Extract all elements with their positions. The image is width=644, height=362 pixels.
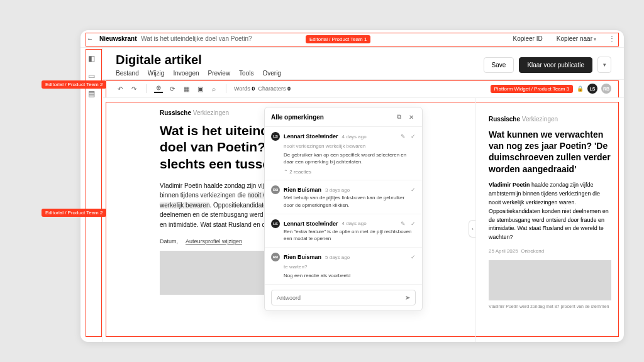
avatar-user-1[interactable]: LS bbox=[587, 84, 597, 94]
annotation-top: Editorial / Product Team 1 bbox=[306, 35, 370, 43]
menu-overig[interactable]: Overig bbox=[262, 70, 280, 77]
breadcrumb-title: Wat is het uiteindelijke doel van Poetin… bbox=[141, 35, 252, 42]
preview-caption: Vladimir Poetin werd zondag met 87 proce… bbox=[489, 304, 611, 309]
annotation-left-2: Editorial / Product Team 2 bbox=[42, 209, 106, 217]
media-icon[interactable]: ▤ bbox=[87, 89, 96, 98]
comment-item: LSLennart Stoelwinder4 days ago✎✓nooit v… bbox=[265, 127, 422, 180]
undo-icon[interactable]: ↶ bbox=[116, 84, 125, 93]
chevron-down-icon: ▾ bbox=[594, 36, 596, 42]
comment-author: Lennart Stoelwinder bbox=[284, 221, 338, 227]
replies-toggle[interactable]: ⌃ 2 reacties bbox=[284, 169, 416, 175]
toolbar: ↶ ↷ ⊕ ⟳ ▦ ▣ ⌕ Words 0 Characters 0 Platf… bbox=[103, 79, 624, 98]
content-area: Russische Verkiezingen Wat is het uitein… bbox=[103, 98, 624, 342]
comment-text: Een "extra feature" is de optie om met d… bbox=[284, 228, 416, 242]
comment-text: Nog een reactie als voorbeeld bbox=[284, 272, 416, 279]
resolve-icon[interactable]: ✓ bbox=[411, 221, 416, 227]
save-button[interactable]: Save bbox=[484, 57, 514, 73]
preview-body: Vladimir Poetin haalde zondag zijn vijfd… bbox=[489, 181, 611, 243]
annotation-toolbar-right: Platform Widget / Product Team 3 bbox=[491, 85, 573, 93]
close-icon[interactable]: ✕ bbox=[407, 112, 416, 121]
annotation-left-1: Editorial / Product Team 2 bbox=[42, 80, 106, 89]
back-button[interactable]: ← bbox=[87, 35, 93, 42]
comment-quote: nooit verkiezingen werkelijk bewaren bbox=[284, 143, 416, 149]
refresh-icon[interactable]: ⟳ bbox=[168, 84, 177, 93]
comment-avatar: RB bbox=[271, 185, 280, 194]
word-count: Words 0 Characters 0 bbox=[234, 85, 291, 92]
popout-icon[interactable]: ⧉ bbox=[394, 112, 403, 121]
comments-list: LSLennart Stoelwinder4 days ago✎✓nooit v… bbox=[265, 127, 422, 285]
left-sidebar: ◧ ▭ ▤ bbox=[80, 48, 103, 342]
preview-kicker: Russische Verkiezingen bbox=[489, 116, 611, 123]
comment-item: RBRien Buisman5 days ago✓te warten?Nog e… bbox=[265, 248, 422, 285]
preview-meta: 25 April 2025 Onbekend bbox=[489, 248, 611, 254]
send-icon[interactable]: ➤ bbox=[405, 294, 410, 301]
comment-avatar: LS bbox=[271, 219, 280, 228]
image-icon[interactable]: ▣ bbox=[196, 84, 204, 93]
preview-image bbox=[489, 260, 611, 300]
reply-input[interactable] bbox=[277, 295, 405, 301]
comment-avatar: RB bbox=[271, 253, 280, 261]
reply-box: ➤ bbox=[265, 285, 422, 310]
resolve-icon[interactable]: ✓ bbox=[411, 133, 416, 140]
avatar-user-2[interactable]: RB bbox=[601, 84, 611, 94]
main-area: Digitale artikel Bestand Wijzig Invoegen… bbox=[103, 48, 624, 342]
brand-name: Nieuwskrant bbox=[99, 35, 136, 42]
comments-header: Alle opmerkingen ⧉ ✕ bbox=[265, 107, 422, 127]
comments-title: Alle opmerkingen bbox=[271, 114, 391, 121]
preview-pane: Russische Verkiezingen Wat kunnen we ver… bbox=[475, 98, 624, 342]
comment-time: 4 days ago bbox=[342, 221, 367, 226]
edit-icon[interactable]: ✎ bbox=[401, 133, 406, 140]
resolve-icon[interactable]: ✓ bbox=[411, 254, 416, 260]
author-profile-link[interactable]: Auteursprofiel wijzigen bbox=[186, 238, 242, 244]
layout-icon[interactable]: ◧ bbox=[87, 54, 96, 63]
date-label: Datum, bbox=[160, 238, 178, 244]
menu-invoegen[interactable]: Invoegen bbox=[173, 70, 199, 77]
comment-time: 3 days ago bbox=[325, 187, 350, 193]
menu-wijzig[interactable]: Wijzig bbox=[148, 70, 165, 77]
edit-icon[interactable]: ✎ bbox=[401, 221, 406, 227]
menu-tools[interactable]: Tools bbox=[239, 70, 253, 77]
menubar: Bestand Wijzig Invoegen Preview Tools Ov… bbox=[116, 70, 484, 77]
publish-button[interactable]: Klaar voor publicatie bbox=[519, 57, 592, 73]
comment-item: RBRien Buisman3 days ago✓Met behulp van … bbox=[265, 180, 422, 214]
redo-icon[interactable]: ↷ bbox=[130, 84, 138, 93]
menu-preview[interactable]: Preview bbox=[208, 70, 231, 77]
comment-author: Rien Buisman bbox=[284, 254, 321, 260]
comment-item: LSLennart Stoelwinder4 days ago✎✓Een "ex… bbox=[265, 214, 422, 248]
publish-dropdown[interactable]: ▾ bbox=[597, 57, 611, 73]
preview-headline: Wat kunnen we verwachten van nog zes jaa… bbox=[489, 129, 611, 175]
resolve-icon[interactable]: ✓ bbox=[411, 187, 416, 193]
more-menu-button[interactable]: ⋮ bbox=[606, 35, 618, 42]
document-header: Digitale artikel Bestand Wijzig Invoegen… bbox=[103, 48, 624, 79]
app-window: ← Nieuwskrant Wat is het uiteindelijke d… bbox=[80, 30, 624, 342]
breadcrumb: Nieuwskrant Wat is het uiteindelijke doe… bbox=[99, 35, 252, 42]
grid-icon[interactable]: ▦ bbox=[182, 84, 191, 93]
comment-text: Met behulp van de pijltjes linksboven ka… bbox=[284, 194, 416, 208]
insert-block-icon[interactable]: ⊕ bbox=[154, 84, 163, 93]
document-icon[interactable]: ▭ bbox=[87, 72, 96, 80]
menu-bestand[interactable]: Bestand bbox=[116, 70, 139, 77]
comment-text: De gebruiker kan op een specifiek woord … bbox=[284, 151, 416, 165]
comment-avatar: LS bbox=[271, 132, 280, 141]
comment-author: Rien Buisman bbox=[284, 187, 321, 193]
expand-handle[interactable]: › bbox=[469, 220, 475, 238]
search-icon[interactable]: ⌕ bbox=[209, 84, 218, 93]
copy-to-button[interactable]: Kopieer naar▾ bbox=[553, 35, 600, 42]
comment-time: 4 days ago bbox=[342, 134, 367, 140]
lock-icon: 🔒 bbox=[577, 85, 584, 92]
copy-id-button[interactable]: Kopieer ID bbox=[509, 35, 546, 42]
comment-time: 5 days ago bbox=[325, 255, 350, 260]
comments-panel: Alle opmerkingen ⧉ ✕ LSLennart Stoelwind… bbox=[264, 107, 423, 311]
comment-quote: te warten? bbox=[284, 264, 416, 270]
comment-author: Lennart Stoelwinder bbox=[284, 133, 338, 140]
document-title: Digitale artikel bbox=[116, 53, 484, 67]
